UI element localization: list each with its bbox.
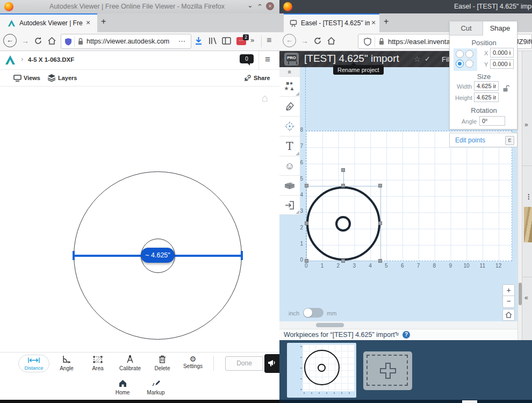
active-tab[interactable]: Autodesk Viewer | Free × <box>0 13 97 32</box>
tool-settings[interactable]: ⚙ Settings <box>180 355 206 373</box>
views-button[interactable]: Views <box>24 75 40 81</box>
tool-drill-point[interactable] <box>279 117 300 136</box>
tool-icons-library[interactable]: ☺ <box>279 156 300 176</box>
anchor-top-right[interactable] <box>465 50 473 58</box>
handle-top-right[interactable] <box>378 184 382 188</box>
anchor-bottom-right[interactable] <box>465 60 473 68</box>
sidebar-icon[interactable] <box>222 37 231 45</box>
tracking-shield-icon[interactable] <box>364 38 371 46</box>
workpiece-thumb-selected[interactable] <box>287 343 356 398</box>
y-input[interactable] <box>490 59 514 69</box>
unit-inch-label[interactable]: inch <box>289 310 299 316</box>
viewer-canvas[interactable]: ⌂ ~ 4.625" <box>0 87 279 352</box>
workpieces-collapse-icon[interactable]: « <box>393 333 401 336</box>
zoom-in-button[interactable]: + <box>502 284 515 296</box>
handle-bottom-mid[interactable] <box>341 259 345 263</box>
pro-badge[interactable]: PRO <box>284 53 299 66</box>
page-scrollbar-track[interactable] <box>517 51 522 340</box>
taskbar-item[interactable] <box>462 400 477 403</box>
angle-input[interactable] <box>479 116 505 126</box>
tool-calibrate[interactable]: Calibrate <box>117 355 143 373</box>
tab-shape[interactable]: Shape <box>483 21 517 35</box>
x-input[interactable] <box>490 48 514 57</box>
width-input[interactable] <box>474 81 499 91</box>
forward-icon[interactable]: → <box>21 37 29 45</box>
handle-top-left[interactable] <box>305 184 308 188</box>
tool-angle[interactable]: Angle <box>56 355 77 373</box>
favorite-star-icon[interactable]: ☆ <box>414 55 421 63</box>
viewer-menu-icon[interactable]: ≡ <box>265 54 270 65</box>
collapse-toolbar-button[interactable]: « <box>279 67 300 77</box>
home-icon[interactable] <box>47 37 56 45</box>
height-input[interactable] <box>474 92 499 102</box>
back-button[interactable]: ← <box>283 34 296 47</box>
url-bar[interactable]: https://viewer.autodesk.com ⋯ <box>61 34 191 49</box>
tool-apps[interactable] <box>279 176 300 196</box>
expand-panel-icon[interactable]: » <box>524 121 528 128</box>
tool-distance[interactable]: Distance <box>18 355 49 372</box>
url-more-icon[interactable]: ⋯ <box>178 37 185 45</box>
handle-bottom-right[interactable] <box>378 259 382 263</box>
tool-pen[interactable] <box>279 97 300 117</box>
design-inner-circle[interactable] <box>335 216 351 232</box>
handle-mid-right[interactable] <box>378 221 382 225</box>
unit-mm-label[interactable]: mm <box>327 310 336 316</box>
unit-toggle[interactable] <box>303 308 323 318</box>
add-workpiece-button[interactable] <box>363 351 412 390</box>
tab-close-icon[interactable]: × <box>371 18 376 27</box>
nav-markup[interactable]: Markup <box>142 379 170 397</box>
hscrollbar-thumb[interactable] <box>316 323 344 327</box>
rotation-handle[interactable] <box>341 168 345 172</box>
tool-text[interactable]: T <box>279 136 300 156</box>
active-tab[interactable]: Easel - [TEST] 4.625" imp × <box>284 13 379 32</box>
handle-top-mid[interactable] <box>341 184 345 188</box>
reload-icon[interactable] <box>34 37 42 45</box>
share-button[interactable]: Share <box>254 75 270 81</box>
close-button[interactable]: × <box>266 2 274 10</box>
reload-icon[interactable] <box>313 37 322 45</box>
home-icon[interactable] <box>327 37 336 45</box>
new-tab-icon[interactable]: + <box>384 17 389 26</box>
anchor-selector[interactable] <box>454 48 477 71</box>
easel-firefox-titlebar[interactable]: Easel - [TEST] 4.625" impo <box>279 0 532 14</box>
download-icon[interactable] <box>195 37 203 45</box>
edit-points-link[interactable]: Edit points <box>455 136 485 144</box>
forward-icon[interactable]: → <box>301 37 308 45</box>
layers-button[interactable]: Layers <box>58 75 77 81</box>
maximize-icon[interactable]: ⌃ <box>257 3 263 11</box>
menu-icon[interactable]: ≡ <box>267 35 271 45</box>
tool-shapes[interactable]: ■●★▲ <box>279 77 300 97</box>
new-tab-icon[interactable]: + <box>101 17 106 26</box>
back-button[interactable]: ← <box>3 34 17 47</box>
overflow-chevron-icon[interactable]: » <box>250 36 254 44</box>
handle-mid-left[interactable] <box>305 221 308 225</box>
handle-bottom-left[interactable] <box>305 259 308 263</box>
feedback-button[interactable] <box>264 354 279 373</box>
comments-badge[interactable]: 0 <box>240 54 254 63</box>
workpieces-help-icon[interactable]: ? <box>402 331 410 339</box>
nav-home[interactable]: Home <box>110 379 135 397</box>
minimize-icon[interactable]: ⌄ <box>247 1 253 9</box>
zoom-out-button[interactable]: − <box>502 296 515 308</box>
tool-import[interactable] <box>279 196 300 215</box>
measure-label[interactable]: ~ 4.625" <box>141 248 175 263</box>
tracking-shield-icon[interactable] <box>64 38 72 46</box>
collapse-panel-icon[interactable]: « <box>524 294 528 301</box>
drag-kebab-icon[interactable]: ⋮ <box>526 193 532 200</box>
home-view-icon[interactable]: ⌂ <box>262 92 268 104</box>
material-preview-peek[interactable] <box>524 207 532 242</box>
right-collapsed-panel: » ⋮ « <box>522 51 532 340</box>
firefox-logo-icon <box>283 2 292 11</box>
zoom-home-button[interactable] <box>502 309 515 321</box>
tab-cut[interactable]: Cut <box>450 21 483 35</box>
tool-area[interactable]: Area <box>88 355 107 373</box>
library-icon[interactable] <box>209 37 217 45</box>
edit-points-bar[interactable]: Edit points E <box>449 133 517 147</box>
tab-close-icon[interactable]: × <box>86 18 90 27</box>
firefox-titlebar[interactable]: Autodesk Viewer | Free Online File Viewe… <box>0 0 279 14</box>
done-button[interactable]: Done <box>225 356 263 371</box>
anchor-top-left[interactable] <box>456 50 464 58</box>
size-lock-icon[interactable] <box>502 84 509 92</box>
tool-delete[interactable]: Delete <box>152 355 172 373</box>
anchor-bottom-left-selected[interactable] <box>456 60 464 68</box>
